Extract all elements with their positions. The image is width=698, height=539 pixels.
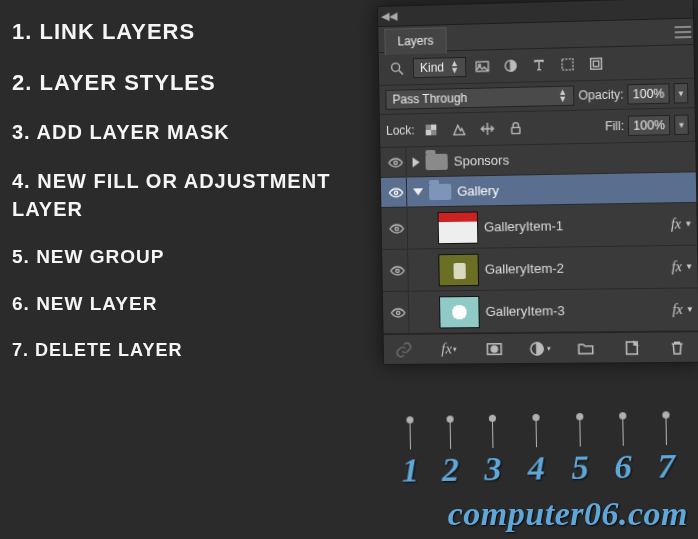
- opacity-input[interactable]: 100%: [628, 83, 670, 104]
- legend-item-6: 6. NEW LAYER: [12, 292, 332, 317]
- legend-item-4: 4. NEW FILL OR ADJUSTMENT LAYER: [12, 167, 332, 223]
- folder-icon: [429, 183, 451, 199]
- layer-name[interactable]: GalleryItem-1: [484, 217, 665, 235]
- svg-point-16: [395, 269, 398, 272]
- filter-pixel-icon[interactable]: [470, 54, 495, 79]
- svg-rect-6: [591, 58, 602, 69]
- legend-item-2: 2. LAYER STYLES: [12, 69, 332, 98]
- filter-smartobject-icon[interactable]: [584, 51, 609, 76]
- layers-bottom-bar: fx▾ ▾: [384, 331, 698, 364]
- legend-list: 1. LINK LAYERS 2. LAYER STYLES 3. ADD LA…: [12, 18, 332, 384]
- visibility-toggle[interactable]: [384, 147, 406, 176]
- fx-badge[interactable]: fx▼: [672, 301, 694, 318]
- fx-badge[interactable]: fx▼: [671, 216, 693, 233]
- fill-input[interactable]: 100%: [628, 115, 670, 136]
- filter-adjustment-icon[interactable]: [498, 53, 523, 78]
- legend-item-5: 5. NEW GROUP: [12, 245, 332, 270]
- new-group-button[interactable]: [573, 336, 598, 360]
- svg-point-14: [394, 191, 397, 194]
- watermark-text: computer06.com: [448, 495, 688, 533]
- blend-mode-dropdown[interactable]: Pass Through ▲▼: [385, 86, 574, 110]
- svg-point-17: [396, 311, 399, 314]
- folder-icon: [425, 153, 447, 169]
- tab-layers[interactable]: Layers: [384, 27, 447, 55]
- opacity-label: Opacity:: [578, 87, 623, 102]
- layer-mask-button[interactable]: [482, 336, 507, 360]
- svg-line-1: [399, 70, 403, 74]
- layer-item-1[interactable]: GalleryItem-1 fx▼: [381, 203, 697, 250]
- svg-rect-9: [431, 130, 436, 135]
- svg-point-15: [395, 227, 398, 230]
- legend-item-3: 3. ADD LAYER MASK: [12, 119, 332, 145]
- svg-rect-8: [425, 125, 430, 130]
- callout-numbers: 1 2 3 4 5 6 7: [379, 414, 697, 480]
- svg-rect-5: [562, 59, 573, 70]
- layer-name[interactable]: GalleryItem-3: [485, 302, 666, 319]
- svg-rect-11: [425, 130, 430, 135]
- layers-panel: ◀◀ Layers Kind ▲▼: [377, 0, 698, 365]
- legend-item-1: 1. LINK LAYERS: [12, 18, 332, 47]
- adjustment-layer-button[interactable]: ▾: [527, 336, 552, 360]
- layer-styles-button[interactable]: fx▾: [437, 337, 462, 361]
- new-layer-button[interactable]: [619, 335, 644, 360]
- chevron-right-icon[interactable]: [412, 157, 419, 167]
- opacity-slider-toggle[interactable]: ▼: [674, 83, 689, 104]
- delete-layer-button[interactable]: [665, 335, 690, 360]
- svg-rect-12: [511, 127, 519, 133]
- legend-item-7: 7. DELETE LAYER: [12, 339, 332, 362]
- lock-image-icon[interactable]: [447, 117, 472, 142]
- layer-thumbnail[interactable]: [438, 253, 479, 286]
- filter-type-icon[interactable]: [527, 53, 552, 78]
- search-icon[interactable]: [385, 56, 409, 81]
- svg-rect-7: [593, 61, 599, 67]
- visibility-toggle[interactable]: [387, 292, 410, 333]
- layers-list: Sponsors Gallery GalleryItem-1 fx▼: [380, 142, 698, 334]
- layer-item-3[interactable]: GalleryItem-3 fx▼: [383, 288, 698, 334]
- link-layers-button[interactable]: [392, 337, 416, 361]
- fx-badge[interactable]: fx▼: [671, 258, 693, 275]
- lock-label: Lock:: [386, 123, 415, 138]
- lock-transparent-icon[interactable]: [419, 118, 444, 143]
- visibility-toggle[interactable]: [385, 178, 407, 207]
- layer-thumbnail[interactable]: [438, 211, 479, 244]
- filter-shape-icon[interactable]: [555, 52, 580, 77]
- lock-position-icon[interactable]: [475, 116, 500, 141]
- layer-name[interactable]: GalleryItem-2: [485, 259, 666, 276]
- layer-thumbnail[interactable]: [439, 295, 480, 328]
- lock-all-icon[interactable]: [503, 116, 528, 141]
- fill-label: Fill:: [605, 119, 624, 134]
- layer-name[interactable]: Gallery: [457, 180, 692, 199]
- panel-menu-button[interactable]: [675, 25, 694, 38]
- layer-name[interactable]: Sponsors: [454, 149, 692, 169]
- layer-group-gallery[interactable]: Gallery: [381, 172, 696, 208]
- svg-rect-10: [431, 124, 436, 129]
- collapse-panel-button[interactable]: ◀◀: [380, 7, 398, 25]
- svg-point-13: [393, 161, 396, 164]
- fill-slider-toggle[interactable]: ▼: [674, 114, 689, 135]
- visibility-toggle[interactable]: [385, 208, 408, 249]
- layer-item-2[interactable]: GalleryItem-2 fx▼: [382, 246, 698, 292]
- svg-point-0: [392, 63, 400, 71]
- filter-kind-dropdown[interactable]: Kind ▲▼: [413, 57, 467, 78]
- chevron-down-icon[interactable]: [413, 188, 423, 195]
- visibility-toggle[interactable]: [386, 250, 409, 291]
- svg-point-19: [491, 346, 497, 352]
